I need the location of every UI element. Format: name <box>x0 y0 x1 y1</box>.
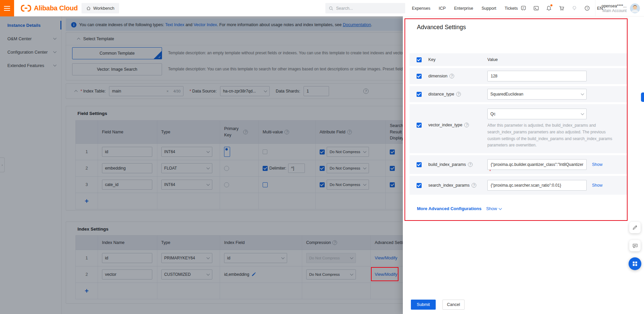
required-asterisk: * <box>489 169 491 174</box>
help-icon[interactable]: ? <box>449 74 454 78</box>
param-checkbox[interactable] <box>417 183 422 188</box>
grid-icon <box>632 261 638 267</box>
cart-icon[interactable] <box>559 5 565 11</box>
nav-expenses[interactable]: Expenses <box>412 6 430 11</box>
topbar-icons: P ? EN <box>521 0 603 16</box>
search-icon <box>329 6 333 11</box>
param-row-vector-index-type: vector_index_type? Qc After this paramet… <box>410 104 628 153</box>
param-key: search_index_params <box>428 183 470 188</box>
chevron-down-icon <box>498 206 502 210</box>
search-index-params-input[interactable]: {"proxima.qc.searcher.scan_ratio":0.01} <box>487 180 587 191</box>
notification-dot <box>550 4 552 6</box>
lightbulb-icon[interactable] <box>572 5 577 11</box>
show-link[interactable]: Show <box>592 162 602 167</box>
submit-button[interactable]: Submit <box>411 300 436 310</box>
home-icon <box>86 6 91 11</box>
build-index-params-input[interactable]: {"proxima.qc.builder.quantizer_class":"I… <box>487 159 587 170</box>
notifications-button[interactable] <box>546 5 552 11</box>
nav-tickets[interactable]: Tickets <box>505 6 518 11</box>
show-link[interactable]: Show <box>592 183 602 188</box>
svg-text:P: P <box>523 7 524 10</box>
key-header: Key <box>428 57 436 62</box>
param-key: build_index_params <box>428 162 466 167</box>
topbar: Alibaba Cloud Workbench Expenses ICP Ent… <box>0 0 644 16</box>
account-name: opensea****... <box>601 4 627 8</box>
avatar[interactable] <box>630 3 640 13</box>
param-row-build-index-params: build_index_params? {"proxima.qc.builder… <box>410 155 628 174</box>
alibaba-logo-mark <box>21 5 31 12</box>
param-checkbox[interactable] <box>417 162 422 167</box>
panel-title: Advanced Settings <box>417 24 466 31</box>
hamburger-menu-icon[interactable] <box>0 0 14 16</box>
api-icon[interactable]: P <box>521 5 526 11</box>
mini-apps-button[interactable] <box>629 257 641 270</box>
value-header: Value <box>487 57 498 62</box>
nav-icp[interactable]: ICP <box>439 6 446 11</box>
param-key: distance_type <box>428 92 454 97</box>
nav-enterprise[interactable]: Enterprise <box>454 6 473 11</box>
help-icon[interactable]: ? <box>468 162 473 167</box>
workbench-label: Workbench <box>93 6 114 11</box>
workbench-button[interactable]: Workbench <box>82 3 119 13</box>
brand-name: Alibaba Cloud <box>34 4 78 12</box>
edge-handle[interactable] <box>641 92 644 102</box>
search-input[interactable] <box>336 6 396 11</box>
topnav: Expenses ICP Enterprise Support Tickets <box>412 0 518 16</box>
panel-actions: Submit Cancel <box>411 300 465 310</box>
help-icon[interactable]: ? <box>464 123 469 127</box>
terminal-icon[interactable] <box>533 5 539 11</box>
account-info[interactable]: opensea****... Main Account <box>595 0 627 16</box>
key-value-header-row: Key Value <box>410 53 628 66</box>
help-icon[interactable]: ? <box>472 183 476 188</box>
feedback-edit-button[interactable] <box>629 222 641 233</box>
more-advanced-link[interactable]: More Advanced Configurations <box>417 206 481 211</box>
svg-text:?: ? <box>586 7 588 10</box>
dimension-input[interactable]: 128 <box>487 71 587 81</box>
param-row-distance-type: distance_type? SquaredEuclidean <box>410 86 628 102</box>
global-search[interactable] <box>325 3 405 13</box>
help-icon[interactable]: ? <box>456 92 461 97</box>
feedback-chat-button[interactable] <box>629 240 641 251</box>
param-key: vector_index_type <box>428 123 462 127</box>
help-icon[interactable]: ? <box>584 5 590 11</box>
more-advanced-configurations: More Advanced Configurations Show <box>410 206 628 211</box>
vector-index-type-select[interactable]: Qc <box>487 109 587 119</box>
alibaba-cloud-logo[interactable]: Alibaba Cloud <box>21 0 78 16</box>
pencil-icon <box>632 225 638 230</box>
param-key: dimension <box>428 74 447 78</box>
account-type: Main Account <box>602 8 627 13</box>
distance-type-select[interactable]: SquaredEuclidean <box>487 89 587 100</box>
panel-body: Key Value dimension? 128 distance_type? … <box>410 53 628 211</box>
param-checkbox[interactable] <box>417 74 422 79</box>
param-checkbox[interactable] <box>417 92 422 97</box>
param-row-search-index-params: search_index_params? {"proxima.qc.search… <box>410 176 628 195</box>
vector-index-type-description: After this parameter is adjusted, the bu… <box>487 122 618 149</box>
nav-support[interactable]: Support <box>482 6 496 11</box>
advanced-settings-panel: Advanced Settings Key Value dimension? 1… <box>403 16 644 314</box>
param-row-dimension: dimension? 128 <box>410 68 628 84</box>
show-toggle[interactable]: Show <box>486 206 501 211</box>
param-checkbox[interactable] <box>417 123 422 128</box>
comment-icon <box>632 243 638 249</box>
select-all-checkbox[interactable] <box>417 57 422 62</box>
cancel-button[interactable]: Cancel <box>442 300 465 310</box>
